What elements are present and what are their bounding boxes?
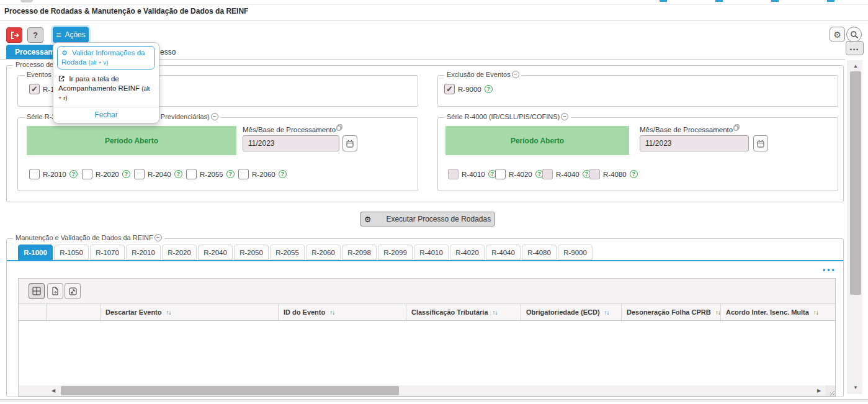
tab-r1070[interactable]: R-1070: [90, 245, 125, 260]
gear-icon: [364, 215, 372, 224]
grid-view-button[interactable]: [29, 283, 45, 299]
grid-header-acordo-inter-isenc-multa[interactable]: Acordo Inter. Isenc. Multa: [721, 304, 835, 321]
help-icon[interactable]: [226, 170, 235, 178]
cropped-blue-icon-fragment: [715, 0, 723, 2]
gear-icon: [833, 30, 841, 40]
menu-item-validar-informacoes[interactable]: Validar Informações da Rodada (alt + v): [57, 46, 155, 70]
checkbox-r4040[interactable]: [542, 169, 553, 179]
sort-icon[interactable]: [604, 309, 609, 316]
help-icon[interactable]: [485, 85, 493, 93]
tab-r1000[interactable]: R-1000: [18, 245, 53, 260]
page-title: Processo de Rodadas & Manutenção e Valid…: [4, 7, 248, 16]
checkbox-r2055[interactable]: [186, 169, 197, 179]
search-button[interactable]: [846, 27, 862, 42]
scroll-right-arrow[interactable]: ▶: [814, 385, 824, 396]
execute-process-button-label: Executar Processo de Rodadas: [386, 215, 491, 223]
month-base-label-text: Mês/Base de Processamento: [640, 126, 733, 133]
tab-r2010[interactable]: R-2010: [126, 245, 161, 260]
checkbox-r2010[interactable]: [29, 169, 40, 179]
checkbox-r4080[interactable]: [589, 169, 600, 179]
data-grid: Descartar Evento ID do Evento Classifica…: [18, 278, 836, 397]
actions-button[interactable]: Ações: [53, 27, 89, 43]
resize-grip[interactable]: [825, 385, 835, 396]
collapse-icon[interactable]: [512, 71, 519, 78]
question-mark-icon: ?: [33, 30, 38, 40]
tab-second-label-fragment[interactable]: esso: [160, 48, 176, 56]
eventos-legend-text: Eventos: [27, 71, 51, 78]
vertical-scrollbar: ▲ ▼: [848, 60, 862, 394]
checkbox-r2040[interactable]: [134, 169, 145, 179]
checkbox-r9000[interactable]: [444, 84, 455, 94]
grid-header-obrigatoriedade-ecd[interactable]: Obrigatoriedade (ECD): [521, 304, 622, 321]
tab-r1050[interactable]: R-1050: [54, 245, 89, 260]
copy-icon[interactable]: [336, 124, 342, 131]
grid-header-cell-empty: [47, 304, 101, 321]
tab-r2099[interactable]: R-2099: [378, 245, 413, 260]
scroll-down-arrow[interactable]: ▼: [848, 383, 863, 392]
grid-header-classificacao-tributaria[interactable]: Classificação Tributária: [406, 304, 521, 321]
help-icon[interactable]: [69, 170, 78, 178]
settings-button[interactable]: [830, 27, 845, 42]
tab-r4040[interactable]: R-4040: [486, 245, 521, 260]
checkbox-r2060[interactable]: [238, 169, 249, 179]
vertical-scrollbar-thumb[interactable]: [850, 71, 861, 295]
scroll-up-arrow[interactable]: ▲: [848, 61, 863, 70]
grid-header-descartar-evento[interactable]: Descartar Evento: [101, 304, 279, 321]
expand-grid-button[interactable]: [65, 283, 81, 299]
grid-header-desoneracao-folha-cprb[interactable]: Desoneração Folha CPRB: [622, 304, 721, 321]
checkbox-r4010[interactable]: [448, 169, 459, 179]
sort-icon[interactable]: [715, 309, 720, 316]
maintenance-group: Manutenção e Validação de Dados da REINF…: [6, 238, 844, 397]
help-icon[interactable]: [630, 170, 638, 178]
event-checkbox: R-2020: [82, 169, 130, 179]
tab-r2050[interactable]: R-2050: [234, 245, 269, 260]
grid-options-button[interactable]: [823, 264, 839, 271]
tab-r2098[interactable]: R-2098: [342, 245, 377, 260]
export-file-button[interactable]: [47, 283, 63, 299]
sort-icon[interactable]: [329, 309, 334, 316]
month-input[interactable]: [640, 135, 749, 151]
checkbox-r4020[interactable]: [495, 169, 506, 179]
checkbox-label: R-2060: [252, 171, 275, 178]
month-input[interactable]: [243, 135, 339, 151]
grid-body-empty: [19, 321, 835, 385]
sort-icon[interactable]: [493, 309, 498, 316]
tab-r2040[interactable]: R-2040: [198, 245, 233, 260]
calendar-button[interactable]: [342, 135, 357, 151]
table-grid-icon: [32, 287, 41, 295]
tab-r9000[interactable]: R-9000: [558, 245, 593, 260]
help-icon[interactable]: [174, 170, 182, 178]
checkbox-r1000[interactable]: [29, 84, 40, 94]
exit-button[interactable]: [6, 27, 22, 43]
execute-process-button[interactable]: Executar Processo de Rodadas: [360, 212, 495, 227]
more-options-button[interactable]: [846, 41, 864, 55]
tab-r2060[interactable]: R-2060: [306, 245, 341, 260]
calendar-button[interactable]: [753, 135, 768, 151]
help-icon[interactable]: [122, 170, 130, 178]
checkbox-label: R-2040: [148, 171, 171, 178]
tab-r4080[interactable]: R-4080: [522, 245, 557, 260]
cropped-blue-icon-fragment: [660, 0, 667, 2]
checkbox-r2020[interactable]: [82, 169, 92, 179]
tab-r4010[interactable]: R-4010: [414, 245, 449, 260]
help-button[interactable]: ?: [27, 27, 43, 43]
collapse-icon[interactable]: [211, 113, 218, 120]
menu-item-ir-acompanhamento[interactable]: Ir para a tela de Acompanhamento REINF (…: [53, 71, 159, 105]
external-link-icon: [58, 76, 65, 82]
serie-r4000-legend-text: Série R-4000 (IR/CSLL/PIS/COFINS): [447, 113, 560, 120]
collapse-icon[interactable]: [154, 234, 162, 241]
grid-header-id-do-evento[interactable]: ID do Evento: [279, 304, 406, 321]
horizontal-scrollbar-thumb[interactable]: [61, 386, 399, 395]
scroll-left-arrow[interactable]: ◀: [48, 385, 58, 396]
tab-r4020[interactable]: R-4020: [450, 245, 485, 260]
sort-icon[interactable]: [813, 309, 818, 316]
help-icon[interactable]: [279, 170, 287, 178]
tab-r2020[interactable]: R-2020: [162, 245, 197, 260]
expand-icon: [69, 287, 77, 295]
tab-r2055[interactable]: R-2055: [270, 245, 305, 260]
sort-icon[interactable]: [166, 309, 171, 316]
collapse-icon[interactable]: [561, 113, 568, 120]
copy-icon[interactable]: [733, 124, 740, 131]
menu-close-button[interactable]: Fechar: [53, 107, 159, 123]
event-checkbox: R-4020: [495, 169, 544, 179]
